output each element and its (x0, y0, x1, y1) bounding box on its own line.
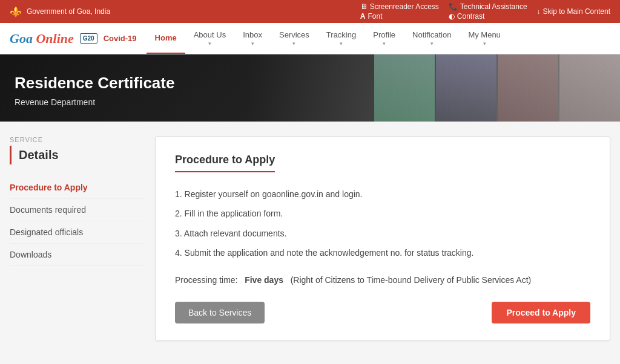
sidebar: SERVICE Details Procedure to Apply Docum… (10, 136, 155, 341)
font-icon (360, 12, 366, 21)
procedure-list: 1. Register yourself on goaonline.gov.in… (175, 184, 590, 263)
hero-banner: Residence Certificate Revenue Department (0, 54, 620, 122)
nav-bar: Goa Online G20 Covid-19 Home About Us ▾ … (0, 23, 620, 54)
nav-about-label: About Us (194, 30, 226, 39)
screenreader-access-link[interactable]: Screenreader Access (360, 2, 439, 11)
hero-images (374, 54, 620, 122)
hero-image-3 (498, 54, 558, 122)
g20-badge: G20 (80, 33, 97, 44)
nav-mymenu-label: My Menu (468, 30, 500, 39)
main-content: SERVICE Details Procedure to Apply Docum… (0, 122, 620, 356)
screenreader-group: Screenreader Access Font (360, 2, 439, 21)
chevron-down-icon: ▾ (383, 41, 386, 47)
font-label: Font (368, 12, 382, 21)
sidebar-item-procedure[interactable]: Procedure to Apply (10, 177, 145, 199)
back-to-services-button[interactable]: Back to Services (175, 302, 265, 323)
chevron-down-icon: ▾ (340, 41, 343, 47)
nav-notification-label: Notification (412, 30, 451, 39)
nav-services-label: Services (279, 30, 309, 39)
chevron-down-icon: ▾ (251, 41, 254, 47)
nav-links: Home About Us ▾ Inbox ▾ Services ▾ Track… (147, 23, 610, 54)
nav-item-inbox[interactable]: Inbox ▾ (234, 23, 271, 54)
button-row: Back to Services Proceed to Apply (175, 302, 590, 323)
processing-time: Processing time: Five days (Right of Cit… (175, 275, 590, 285)
sidebar-menu: Procedure to Apply Documents required De… (10, 177, 145, 266)
nav-profile-label: Profile (373, 30, 395, 39)
contrast-icon (449, 12, 455, 21)
screenreader-label: Screenreader Access (370, 2, 439, 11)
nav-item-about[interactable]: About Us ▾ (185, 23, 234, 54)
sidebar-service-title: Details (10, 146, 145, 164)
nav-item-tracking[interactable]: Tracking ▾ (318, 23, 364, 54)
nav-item-notification[interactable]: Notification ▾ (404, 23, 460, 54)
sidebar-service-label: SERVICE (10, 136, 145, 143)
chevron-down-icon: ▾ (208, 41, 211, 47)
step-1: 1. Register yourself on goaonline.gov.in… (175, 184, 590, 204)
contrast-label: Contrast (457, 12, 484, 21)
step-2: 2. Fill in the application form. (175, 204, 590, 223)
sidebar-item-downloads[interactable]: Downloads (10, 244, 145, 266)
monitor-icon (360, 2, 368, 11)
proceed-to-apply-button[interactable]: Proceed to Apply (492, 302, 590, 323)
section-title: Procedure to Apply (175, 154, 275, 172)
contrast-link[interactable]: Contrast (449, 12, 484, 21)
nav-item-services[interactable]: Services ▾ (271, 23, 318, 54)
technical-assistance-link[interactable]: Technical Assistance (449, 2, 527, 11)
nav-inbox-label: Inbox (243, 30, 262, 39)
hero-image-4 (559, 54, 620, 122)
sidebar-item-designated[interactable]: Designated officials (10, 221, 145, 244)
nav-item-home[interactable]: Home (147, 23, 185, 54)
nav-item-profile[interactable]: Profile ▾ (364, 23, 404, 54)
hero-image-1 (374, 54, 435, 122)
skip-icon (537, 7, 541, 16)
step-3: 3. Attach relevant documents. (175, 224, 590, 243)
phone-icon (449, 2, 458, 11)
top-government-bar: ⚜️ Government of Goa, India Screenreader… (0, 0, 620, 23)
processing-label: Processing time: (175, 275, 237, 285)
processing-note: (Right of Citizens to Time-bound Deliver… (291, 275, 532, 285)
processing-highlight: Five days (245, 275, 283, 285)
nav-tracking-label: Tracking (326, 30, 356, 39)
skip-to-main-link[interactable]: Skip to Main Content (537, 7, 610, 16)
assistance-group: Technical Assistance Contrast (449, 2, 527, 21)
chevron-down-icon: ▾ (430, 41, 434, 47)
gov-branding: ⚜️ Government of Goa, India (10, 6, 110, 18)
hero-image-2 (436, 54, 496, 122)
goa-online-logo: Goa Online (10, 31, 74, 47)
nav-home-label: Home (155, 33, 177, 42)
step-4: 4. Submit the application and note the a… (175, 243, 590, 262)
top-bar-utilities: Screenreader Access Font Technical Assis… (360, 2, 610, 21)
gov-emblem-icon: ⚜️ (10, 6, 22, 18)
goa-text: Goa (10, 31, 36, 46)
sidebar-item-documents[interactable]: Documents required (10, 199, 145, 221)
font-link[interactable]: Font (360, 12, 383, 21)
covid-badge[interactable]: Covid-19 (104, 34, 137, 43)
nav-item-mymenu[interactable]: My Menu ▾ (460, 23, 509, 54)
content-panel: Procedure to Apply 1. Register yourself … (155, 136, 610, 341)
chevron-down-icon: ▾ (292, 41, 295, 47)
technical-label: Technical Assistance (460, 2, 527, 11)
chevron-down-icon: ▾ (483, 41, 486, 47)
site-logo[interactable]: Goa Online G20 Covid-19 (10, 26, 147, 51)
gov-name: Government of Goa, India (27, 7, 110, 16)
skip-label: Skip to Main Content (543, 7, 610, 16)
online-text: Online (36, 31, 73, 46)
